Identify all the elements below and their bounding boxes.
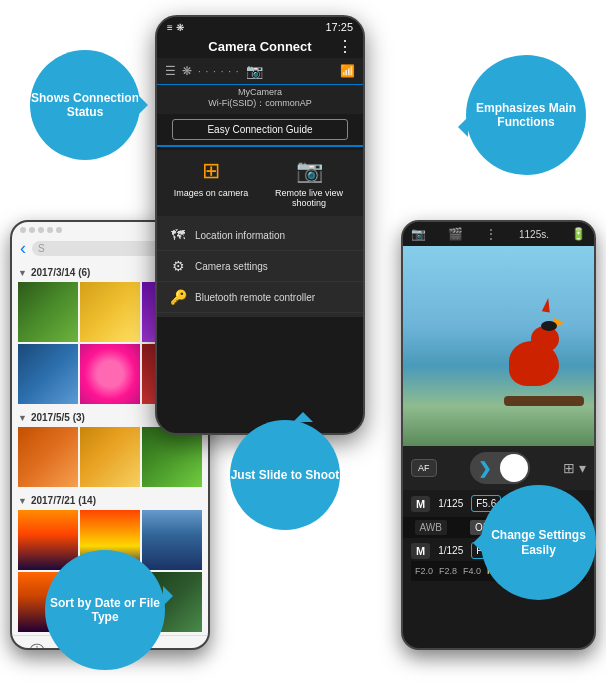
date-label-1: 2017/3/14 (6): [31, 267, 91, 278]
more-options-icon[interactable]: ⋮: [485, 227, 497, 241]
camera-mode-icon[interactable]: 📷: [411, 227, 426, 241]
bottom-mode-badge: M: [411, 543, 430, 559]
bird-scene: [403, 246, 594, 446]
filter-icon[interactable]: ▼: [175, 644, 191, 651]
bluetooth-remote-icon: 🔑: [169, 289, 187, 305]
photo-cell[interactable]: [142, 510, 202, 570]
grid-icon[interactable]: ⊞: [563, 460, 575, 476]
connection-bar: ☰ ❋ · · · · · · 📷 📶: [157, 58, 363, 85]
camera-name: MyCamera: [238, 87, 282, 97]
photo-cell[interactable]: [18, 282, 78, 342]
bird-body: [504, 341, 564, 396]
branch: [504, 396, 584, 406]
right-phone-top-bar: 📷 🎬 ⋮ 1125s. 🔋: [403, 222, 594, 246]
f28-label: F2.8: [439, 566, 457, 576]
bluetooth-icon[interactable]: ❋: [182, 64, 192, 78]
list-icon[interactable]: ☰: [165, 64, 176, 78]
callout-slide: Just Slide to Shoot: [230, 420, 340, 530]
callout-connection: Shows Connection Status: [30, 50, 140, 160]
wifi-icon: 📶: [340, 64, 355, 78]
images-on-camera-btn[interactable]: ⊞ Images on camera: [171, 158, 251, 208]
settings-icon: ⚙: [169, 258, 187, 274]
af-button[interactable]: AF: [411, 459, 437, 477]
ssid-info: MyCamera Wi-Fi(SSID)：commonAP: [157, 85, 363, 114]
status-bar: ≡ ❋ 17:25: [157, 17, 363, 35]
remote-live-view-btn[interactable]: 📷 Remote live view shooting: [269, 158, 349, 208]
app-title: Camera Connect: [208, 39, 311, 54]
main-functions-row: ⊞ Images on camera 📷 Remote live view sh…: [157, 150, 363, 216]
bird-mask: [541, 321, 557, 331]
collapse-arrow-2: ▼: [18, 413, 27, 423]
live-view-label: Remote live view shooting: [269, 188, 349, 208]
bird-crest: [542, 297, 552, 312]
photo-cell[interactable]: [142, 427, 202, 487]
collapse-arrow-1: ▼: [18, 268, 27, 278]
connection-dots: · · · · · ·: [198, 66, 240, 77]
images-label: Images on camera: [174, 188, 249, 198]
dropdown-icon[interactable]: ▾: [579, 460, 586, 476]
easy-connect-button[interactable]: Easy Connection Guide: [172, 119, 348, 140]
photo-cell[interactable]: [80, 282, 140, 342]
status-icons: ≡ ❋: [167, 22, 184, 33]
photo-cell[interactable]: [18, 427, 78, 487]
photo-cell[interactable]: [80, 344, 140, 404]
live-view-icon: 📷: [296, 158, 323, 184]
app-title-bar: Camera Connect ⋮: [157, 35, 363, 58]
blue-divider: [157, 145, 363, 147]
battery-icon: 🔋: [571, 227, 586, 241]
date-header-3[interactable]: ▼ 2017/7/21 (14): [18, 493, 202, 508]
info-icon[interactable]: ⓘ: [29, 642, 45, 650]
back-button[interactable]: ‹: [20, 238, 26, 259]
photo-cell[interactable]: [18, 344, 78, 404]
f2-label: F2.0: [415, 566, 433, 576]
bluetooth-label: Bluetooth remote controller: [195, 292, 315, 303]
mode-badge: M: [411, 496, 430, 512]
date-label-2: 2017/5/5 (3): [31, 412, 85, 423]
more-controls: ⊞ ▾: [563, 460, 586, 476]
shoot-controls: AF ❯ ⊞ ▾: [403, 446, 594, 490]
camera-settings-label: Camera settings: [195, 261, 268, 272]
shutter-slider[interactable]: ❯: [470, 452, 530, 484]
callout-emphasizes: Emphasizes Main Functions: [466, 55, 586, 175]
location-label: Location information: [195, 230, 285, 241]
bird-head: [531, 326, 559, 352]
camera-viewfinder: [403, 246, 594, 446]
photo-cell[interactable]: [80, 427, 140, 487]
slider-thumb: [500, 454, 528, 482]
f4-label: F4.0: [463, 566, 481, 576]
chevron-icon: ❯: [478, 459, 491, 478]
center-phone: ≡ ❋ 17:25 Camera Connect ⋮ ☰ ❋ · · · · ·…: [155, 15, 365, 435]
more-icon[interactable]: ⋮: [337, 37, 353, 56]
callout-change: Change Settings Easily: [481, 485, 596, 600]
images-icon: ⊞: [202, 158, 220, 184]
exposure-time: 1125s.: [519, 229, 549, 240]
camera-icon: 📷: [246, 63, 263, 79]
collapse-arrow-3: ▼: [18, 496, 27, 506]
video-mode-icon[interactable]: 🎬: [448, 227, 463, 241]
menu-item-location[interactable]: 🗺 Location information: [157, 220, 363, 251]
wifi-ssid: Wi-Fi(SSID)：commonAP: [208, 98, 312, 108]
menu-item-bluetooth[interactable]: 🔑 Bluetooth remote controller: [157, 282, 363, 313]
date-label-3: 2017/7/21 (14): [31, 495, 96, 506]
menu-item-camera-settings[interactable]: ⚙ Camera settings: [157, 251, 363, 282]
callout-sort: Sort by Date or File Type: [45, 550, 165, 670]
time-display: 17:25: [325, 21, 353, 33]
location-icon: 🗺: [169, 227, 187, 243]
menu-list: 🗺 Location information ⚙ Camera settings…: [157, 216, 363, 317]
shutter-value[interactable]: 1/125: [434, 496, 467, 511]
awb-btn[interactable]: AWB: [415, 520, 447, 535]
